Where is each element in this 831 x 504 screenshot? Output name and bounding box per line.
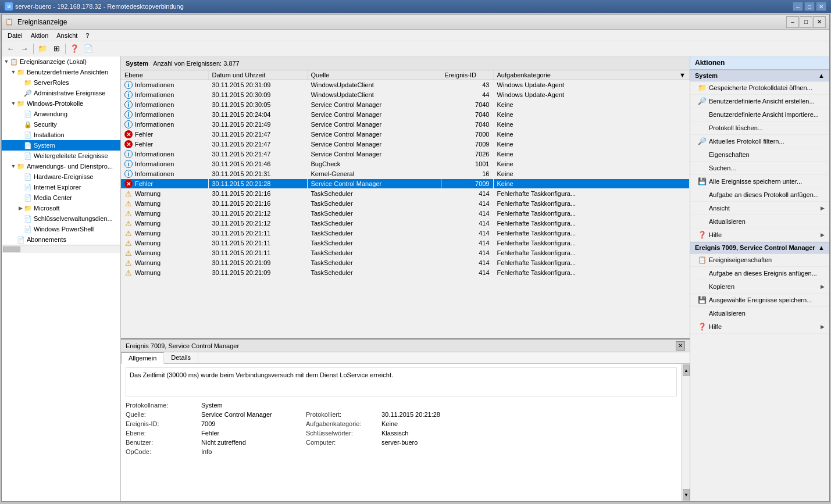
titlebar-minimize[interactable]: – <box>793 2 803 11</box>
col-id[interactable]: Ereignis-ID <box>441 70 493 80</box>
actions-section-event[interactable]: Ereignis 7009, Service Control Manager ▲ <box>690 242 829 253</box>
col-source[interactable]: Quelle <box>307 70 441 80</box>
table-row[interactable]: i Informationen30.11.2015 20:24:04Servic… <box>121 110 690 120</box>
action-open-saved[interactable]: 📁 Gespeicherte Protokolldatei öffnen... <box>690 81 829 95</box>
table-row[interactable]: i Informationen30.11.2015 20:30:05Servic… <box>121 100 690 110</box>
tree-item-custom-views[interactable]: ▼ 📁 Benutzerdefinierte Ansichten <box>2 67 120 77</box>
table-row[interactable]: i Informationen30.11.2015 20:31:09Window… <box>121 80 690 90</box>
tree-item-media[interactable]: 📄 Media Center <box>2 192 120 203</box>
window-minimize-btn[interactable]: – <box>786 16 799 28</box>
log-table-container[interactable]: Ebene Datum und Uhrzeit Quelle Ereignis-… <box>121 70 690 338</box>
action-props-icon <box>697 150 707 159</box>
table-row[interactable]: ⚠ Warnung30.11.2015 20:21:11TaskSchedule… <box>121 238 690 248</box>
scrollbar-down[interactable]: ▼ <box>683 489 690 501</box>
tree-item-root[interactable]: ▼ 📋 Ereignisanzeige (Lokal) <box>2 56 120 67</box>
menu-ansicht[interactable]: Ansicht <box>53 31 81 40</box>
menu-aktion[interactable]: Aktion <box>27 31 52 40</box>
table-row[interactable]: i Informationen30.11.2015 20:21:47Servic… <box>121 149 690 159</box>
tree-item-forwarded[interactable]: 📄 Weitergeleitete Ereignisse <box>2 151 120 161</box>
tree-label-sub: Abonnements <box>27 236 66 243</box>
table-row[interactable]: ✕ Fehler30.11.2015 20:21:47Service Contr… <box>121 140 690 149</box>
toolbar-back[interactable]: ← <box>4 42 17 55</box>
table-row[interactable]: ⚠ Warnung30.11.2015 20:21:16TaskSchedule… <box>121 199 690 209</box>
event-tab-details[interactable]: Details <box>164 352 198 363</box>
toolbar-open[interactable]: 📁 <box>36 42 49 55</box>
tree-item-system[interactable]: 📄 System <box>2 140 120 151</box>
tree-item-security[interactable]: 🔒 Security <box>2 119 120 130</box>
action-create-view[interactable]: 🔎 Benutzerdefinierte Ansicht erstellen..… <box>690 95 829 108</box>
tree-item-powershell[interactable]: 📄 Windows PowerShell <box>2 224 120 234</box>
action-save-all[interactable]: 💾 Alle Ereignisse speichern unter... <box>690 175 829 188</box>
action-copy[interactable]: Kopieren ▶ <box>690 280 829 294</box>
event-category-cell: Fehlerhafte Taskkonfigura... <box>493 258 690 268</box>
tree-item-admin-events[interactable]: 🔎 Administrative Ereignisse <box>2 88 120 98</box>
table-row[interactable]: ⚠ Warnung30.11.2015 20:21:11TaskSchedule… <box>121 228 690 238</box>
event-detail-close-btn[interactable]: ✕ <box>676 341 685 351</box>
action-attach-task[interactable]: Aufgabe an dieses Protokoll anfügen... <box>690 188 829 202</box>
table-row[interactable]: i Informationen30.11.2015 20:21:46BugChe… <box>121 159 690 169</box>
left-panel-hscroll[interactable] <box>2 245 120 253</box>
table-row[interactable]: ⚠ Warnung30.11.2015 20:21:09TaskSchedule… <box>121 258 690 268</box>
tree-item-anwendung[interactable]: 📄 Anwendung <box>2 109 120 119</box>
window-title: Ereignisanzeige <box>17 18 67 26</box>
toolbar-help[interactable]: ❓ <box>68 42 81 55</box>
menu-help[interactable]: ? <box>82 31 92 40</box>
action-search[interactable]: Suchen... <box>690 162 829 175</box>
table-row[interactable]: i Informationen30.11.2015 20:21:31Kernel… <box>121 169 690 179</box>
action-filter[interactable]: 🔎 Aktuelles Protokoll filtern... <box>690 135 829 148</box>
action-save-selected[interactable]: 💾 Ausgewählte Ereignisse speichern... <box>690 294 829 307</box>
col-ebene[interactable]: Ebene <box>121 70 208 80</box>
table-row[interactable]: ⚠ Warnung30.11.2015 20:21:12TaskSchedule… <box>121 209 690 219</box>
toolbar-new-view[interactable]: ⊞ <box>50 42 63 55</box>
col-date[interactable]: Datum und Uhrzeit <box>208 70 307 80</box>
table-row[interactable]: ⚠ Warnung30.11.2015 20:21:12TaskSchedule… <box>121 219 690 228</box>
event-source-cell: Service Control Manager <box>307 120 441 130</box>
toolbar-forward[interactable]: → <box>18 42 31 55</box>
col-category[interactable]: Aufgabenkategorie ▼ <box>493 70 690 80</box>
actions-section-system[interactable]: System ▲ <box>690 70 829 81</box>
action-view[interactable]: Ansicht ▶ <box>690 202 829 215</box>
tree-item-keymgmt[interactable]: 📄 Schlüsselverwaltungsdien... <box>2 213 120 224</box>
table-row[interactable]: i Informationen30.11.2015 20:30:09Window… <box>121 90 690 100</box>
tree-expand-apps[interactable]: ▼ <box>10 163 17 169</box>
toolbar-export[interactable]: 📄 <box>82 42 95 55</box>
tree-item-serverroles[interactable]: 📁 ServerRoles <box>2 77 120 88</box>
window-maximize-btn[interactable]: □ <box>800 16 812 28</box>
table-row[interactable]: ⚠ Warnung30.11.2015 20:21:16TaskSchedule… <box>121 189 690 199</box>
menu-datei[interactable]: Datei <box>4 31 26 40</box>
action-clear-log[interactable]: Protokoll löschen... <box>690 121 829 135</box>
tree-item-subscriptions[interactable]: 📄 Abonnements <box>2 234 120 245</box>
table-row[interactable]: i Informationen30.11.2015 20:21:49Servic… <box>121 120 690 130</box>
action-attach-event-task[interactable]: Aufgabe an dieses Ereignis anfügen... <box>690 267 829 280</box>
tree-expand-custom[interactable]: ▼ <box>10 69 17 75</box>
event-tab-general[interactable]: Allgemein <box>121 352 164 364</box>
action-help-sys[interactable]: ❓ Hilfe ▶ <box>690 228 829 242</box>
action-refresh-event[interactable]: Aktualisieren <box>690 307 829 320</box>
tree-item-app-services[interactable]: ▼ 📁 Anwendungs- und Dienstpro... <box>2 161 120 171</box>
prop-label-protokollname: Protokollname: <box>126 401 201 409</box>
action-refresh-sys[interactable]: Aktualisieren <box>690 215 829 228</box>
tree-expand-root[interactable]: ▼ <box>3 59 10 65</box>
level-icon-wrap: i Informationen <box>124 120 174 128</box>
tree-expand-ms[interactable]: ▶ <box>17 205 24 211</box>
action-properties[interactable]: Eigenschaften <box>690 148 829 162</box>
table-row[interactable]: ✕ Fehler30.11.2015 20:21:47Service Contr… <box>121 130 690 140</box>
action-help-event[interactable]: ❓ Hilfe ▶ <box>690 320 829 334</box>
main-content: ▼ 📋 Ereignisanzeige (Lokal) ▼ 📁 Benutzer… <box>2 56 829 501</box>
tree-item-win-logs[interactable]: ▼ 📁 Windows-Protokolle <box>2 98 120 109</box>
titlebar-close[interactable]: ✕ <box>816 2 826 11</box>
titlebar-maximize[interactable]: □ <box>804 2 815 11</box>
tree-item-ie[interactable]: 📄 Internet Explorer <box>2 182 120 192</box>
action-event-props[interactable]: 📋 Ereigniseigenschaften <box>690 253 829 267</box>
window-close-btn[interactable]: ✕ <box>813 16 826 28</box>
table-row[interactable]: ✕ Fehler30.11.2015 20:21:28Service Contr… <box>121 179 690 189</box>
action-import-view[interactable]: Benutzerdefinierte Ansicht importiere... <box>690 108 829 121</box>
tree-item-microsoft[interactable]: ▶ 📁 Microsoft <box>2 203 120 213</box>
tree-expand-winlogs[interactable]: ▼ <box>10 101 17 106</box>
level-icon-wrap: i Informationen <box>124 150 174 158</box>
tree-item-hardware[interactable]: 📄 Hardware-Ereignisse <box>2 171 120 182</box>
tree-item-installation[interactable]: 📄 Installation <box>2 130 120 140</box>
scrollbar-up[interactable]: ▲ <box>683 364 690 376</box>
table-row[interactable]: ⚠ Warnung30.11.2015 20:21:11TaskSchedule… <box>121 248 690 258</box>
table-row[interactable]: ⚠ Warnung30.11.2015 20:21:09TaskSchedule… <box>121 268 690 278</box>
